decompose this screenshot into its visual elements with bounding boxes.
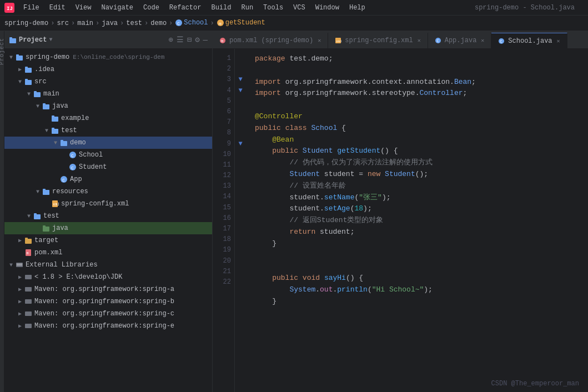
java-tab-icon: C (435, 37, 441, 44)
folder-icon (33, 212, 41, 220)
folder-icon (42, 188, 50, 195)
tree-label: demo (70, 139, 86, 147)
watermark: CSDN @The_emperoor_man (491, 380, 579, 388)
svg-rect-10 (25, 68, 32, 73)
tree-label: example (61, 114, 89, 122)
tab-app[interactable]: C App.java ✕ (428, 33, 492, 48)
add-content-icon[interactable]: ⊕ (168, 35, 173, 44)
minimize-icon[interactable]: — (203, 36, 208, 44)
tree-arrow: ▶ (16, 323, 24, 329)
tree-arrow: ▶ (16, 298, 24, 305)
sidebar-toolbar: ⊕ ☰ ⊟ ⚙ — (168, 35, 208, 44)
tab-spring-config-close[interactable]: ✕ (418, 37, 421, 44)
tree-item-jdk[interactable]: ▶ < 1.8 > E:\develop\JDK (4, 271, 212, 283)
tree-arrow: ▼ (24, 91, 33, 97)
tab-school[interactable]: C School.java ✕ (491, 33, 567, 48)
collapse-all-icon[interactable]: ⊟ (187, 35, 192, 44)
editor-area: m pom.xml (spring-demo) ✕ xml spring-con… (213, 31, 588, 392)
maven-dep-icon (24, 285, 32, 293)
folder-icon (24, 78, 32, 86)
tree-item-app[interactable]: C App (4, 173, 212, 185)
tree-item-maven-e[interactable]: ▶ Maven: org.springframework:spring-e (4, 320, 212, 332)
tree-arrow: ▼ (24, 213, 33, 219)
svg-rect-9 (16, 54, 19, 56)
tree-item-target[interactable]: ▶ target (4, 234, 212, 247)
menu-navigate[interactable]: Navigate (97, 3, 138, 13)
settings-icon[interactable]: ⚙ (195, 35, 199, 44)
tree-item-spring-config[interactable]: xml spring-config.xml (4, 198, 212, 210)
svg-rect-19 (52, 115, 54, 117)
breadcrumb-school[interactable]: CSchool (175, 19, 208, 27)
tab-spring-config[interactable]: xml spring-config.xml ✕ (328, 33, 428, 48)
tree-item-main[interactable]: ▼ main (4, 88, 212, 100)
code-editor[interactable]: 1 2 3 4 5 6 7 8 9 10 11 12 13 14 15 16 1… (213, 49, 588, 392)
breadcrumb-method[interactable]: mgetStudent (217, 19, 265, 27)
tree-item-ext-libs[interactable]: ▼ External Libraries (4, 259, 212, 271)
code-content[interactable]: package test.demo; import org.springfram… (246, 49, 588, 392)
package-icon (51, 114, 59, 122)
menu-window[interactable]: Window (311, 3, 344, 13)
menu-run[interactable]: Run (237, 3, 258, 13)
tree-item-student[interactable]: C Student (4, 161, 212, 173)
svg-rect-48 (25, 311, 32, 316)
breadcrumb-test[interactable]: test (126, 19, 142, 27)
folder-icon (51, 127, 59, 134)
menu-bar: File Edit View Navigate Code Refactor Bu… (19, 3, 475, 13)
stripe-label: Project (0, 38, 5, 65)
tree-item-maven-c[interactable]: ▶ Maven: org.springframework:spring-c (4, 308, 212, 320)
tree-item-spring-demo[interactable]: ▼ spring-demo E:\online_code\spring-dem (4, 51, 212, 63)
tree-item-test[interactable]: ▼ test (4, 210, 212, 222)
tab-school-close[interactable]: ✕ (557, 38, 560, 44)
svg-rect-49 (25, 324, 32, 328)
tree-item-example[interactable]: example (4, 112, 212, 124)
main-layout: Project Project ▼ ⊕ ☰ ⊟ ⚙ — ▼ sp (0, 31, 588, 392)
menu-refactor[interactable]: Refactor (165, 3, 206, 13)
svg-rect-39 (25, 238, 28, 239)
menu-view[interactable]: View (71, 3, 96, 13)
tree-item-demo[interactable]: ▼ demo (4, 137, 212, 149)
svg-text:C: C (71, 165, 74, 170)
tree-label: src (34, 78, 47, 86)
menu-code[interactable]: Code (139, 3, 164, 13)
svg-text:IJ: IJ (7, 6, 13, 12)
menu-file[interactable]: File (19, 3, 44, 13)
breadcrumb-src[interactable]: src (57, 19, 69, 27)
breadcrumb-project[interactable]: spring-demo (4, 19, 48, 27)
svg-text:m: m (221, 39, 223, 43)
tab-pom[interactable]: m pom.xml (spring-demo) ✕ (213, 33, 328, 48)
breadcrumb-demo[interactable]: demo (150, 19, 167, 27)
svg-text:m: m (27, 251, 29, 255)
menu-vcs[interactable]: VCS (289, 3, 310, 13)
tree-item-src[interactable]: ▼ src (4, 76, 212, 88)
chevron-down-icon[interactable]: ▼ (49, 37, 52, 43)
tab-pom-close[interactable]: ✕ (318, 37, 321, 44)
tree-item-test-folder[interactable]: ▼ test (4, 124, 212, 137)
breadcrumb-main[interactable]: main (77, 19, 93, 27)
svg-rect-30 (43, 190, 49, 195)
tree-extra: E:\online_code\spring-dem (73, 54, 164, 61)
tree-item-java-test[interactable]: java (4, 222, 212, 234)
tree-item-school[interactable]: C School (4, 149, 212, 161)
tab-app-close[interactable]: ✕ (481, 37, 484, 44)
menu-tools[interactable]: Tools (259, 3, 288, 13)
tree-item-idea[interactable]: ▶ .idea (4, 63, 212, 76)
svg-rect-31 (43, 189, 46, 190)
breadcrumb-java[interactable]: java (102, 19, 118, 27)
svg-rect-22 (61, 141, 67, 146)
tree-item-maven-b[interactable]: ▶ Maven: org.springframework:spring-b (4, 295, 212, 308)
menu-build[interactable]: Build (207, 3, 235, 13)
tree-item-pom[interactable]: m pom.xml (4, 247, 212, 259)
tree-item-java[interactable]: ▼ java (4, 100, 212, 112)
folder-icon (42, 102, 50, 110)
tree-label: resources (52, 188, 88, 195)
line-numbers: 1 2 3 4 5 6 7 8 9 10 11 12 13 14 15 16 1… (213, 49, 235, 392)
menu-edit[interactable]: Edit (45, 3, 70, 13)
layout-icon[interactable]: ☰ (177, 35, 184, 44)
tree-item-resources[interactable]: ▼ resources (4, 185, 212, 198)
tree-item-maven-a[interactable]: ▶ Maven: org.springframework:spring-a (4, 283, 212, 295)
menu-help[interactable]: Help (345, 3, 370, 13)
xml-file-icon: xml (51, 200, 59, 208)
folder-icon (33, 90, 41, 98)
svg-rect-34 (34, 214, 41, 219)
svg-rect-43 (17, 264, 22, 264)
